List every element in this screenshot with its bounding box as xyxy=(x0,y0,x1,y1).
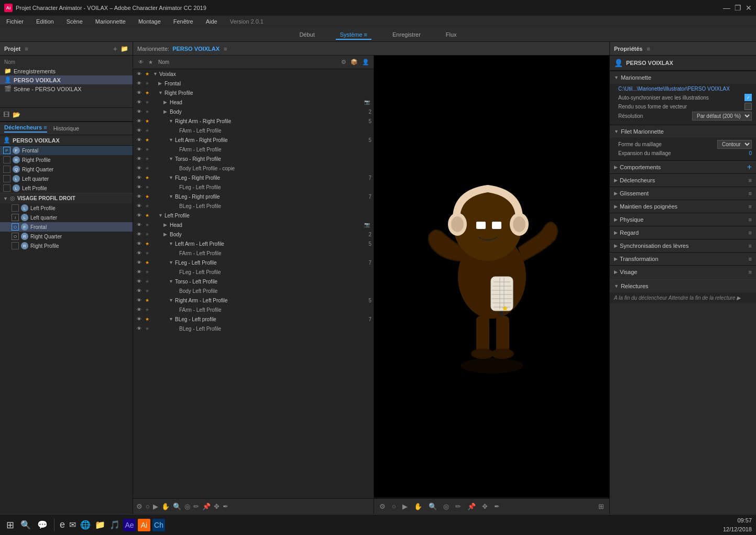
star11[interactable]: ★ xyxy=(144,166,151,171)
declencheurs-menu-icon[interactable]: ≡ xyxy=(749,177,752,183)
expand-arrow3[interactable]: ▼ xyxy=(158,90,163,95)
layer-row-body1[interactable]: 👁 ★ ▶ Body 2 xyxy=(133,107,374,116)
layer-row-rightarm2[interactable]: 👁 ★ ▼ Right Arm - Left Profile 5 xyxy=(133,296,374,305)
vis-eye13[interactable]: 👁 xyxy=(135,184,143,190)
marionette-menu[interactable]: ≡ xyxy=(224,46,227,52)
trigger-item-leftprofile[interactable]: L Left Profile xyxy=(0,183,133,193)
section-marionnette-header[interactable]: ▼ Marionnette xyxy=(610,71,756,84)
canvas-tool-gear[interactable]: ⚙ xyxy=(377,501,388,511)
tool-pin[interactable]: 📌 xyxy=(202,503,211,510)
menu-edition[interactable]: Edition xyxy=(34,17,56,26)
section-transformation-header[interactable]: ▶ Transformation ≡ xyxy=(610,253,756,265)
vis-eye4[interactable]: 👁 xyxy=(135,100,143,105)
star15[interactable]: ★ xyxy=(144,203,151,209)
trigger-group-visage[interactable]: ▼ ◎ VISAGE PROFIL DROIT xyxy=(0,193,133,203)
canvas-tool-search[interactable]: 🔍 xyxy=(426,501,439,511)
menu-montage[interactable]: Montage xyxy=(136,17,163,26)
trigger-item-frontal[interactable]: P F Frontal xyxy=(0,146,133,155)
expand-arrow[interactable]: ▼ xyxy=(153,71,158,77)
close-button[interactable]: ✕ xyxy=(746,4,752,12)
vis-eye19[interactable]: 👁 xyxy=(135,241,143,246)
vis-eye2[interactable]: 👁 xyxy=(135,81,143,86)
checkbox-vector[interactable] xyxy=(744,103,752,110)
vis-eye8[interactable]: 👁 xyxy=(135,137,143,143)
canvas-tool-circle[interactable]: ○ xyxy=(390,501,398,511)
canvas-tool-move[interactable]: ✥ xyxy=(480,501,490,511)
layer-row-leftarm[interactable]: 👁 ★ ▼ Left Arm - Right Profile 5 xyxy=(133,135,374,145)
vis-eye5[interactable]: 👁 xyxy=(135,109,143,114)
section-regard-header[interactable]: ▶ Regard ≡ xyxy=(610,226,756,239)
expand-arrow12[interactable]: ▼ xyxy=(169,175,174,180)
tool-zoom[interactable]: 🔍 xyxy=(173,503,181,510)
layer-row-body2[interactable]: 👁 ★ ▶ Body 2 xyxy=(133,230,374,239)
star6[interactable]: ★ xyxy=(144,118,151,124)
expand-arrow19[interactable]: ▼ xyxy=(169,241,174,246)
minimize-button[interactable]: — xyxy=(723,4,730,12)
star23[interactable]: ★ xyxy=(144,279,151,284)
vis-eye18[interactable]: 👁 xyxy=(135,232,143,237)
layer-row-frontal[interactable]: 👁 ★ ▶ Frontal xyxy=(133,79,374,88)
vis-eye12[interactable]: 👁 xyxy=(135,175,143,180)
layer-row-voixlax[interactable]: 👁 ★ ▼ Voixlax xyxy=(133,69,374,79)
regard-menu-icon[interactable]: ≡ xyxy=(749,230,752,236)
tool-pencil2[interactable]: ✒ xyxy=(223,503,228,510)
tab-history[interactable]: Historique xyxy=(53,125,80,132)
layer-row-rightprofile[interactable]: 👁 ★ ▼ Right Profile xyxy=(133,88,374,97)
star24[interactable]: ★ xyxy=(144,288,151,293)
expand-arrow4[interactable]: ▶ xyxy=(163,100,169,105)
trigger-item-rightprofile[interactable]: R Right Profile xyxy=(0,155,133,165)
vis-eye6[interactable]: 👁 xyxy=(135,118,143,124)
project-item-perso-voixlax[interactable]: 👤 PERSO VOIXLAX xyxy=(0,75,133,84)
star26[interactable]: ★ xyxy=(144,307,151,312)
project-item-scene[interactable]: 🎬 Scène - PERSO VOIXLAX xyxy=(0,84,133,93)
props-menu-icon[interactable]: ≡ xyxy=(647,46,650,52)
expand-arrow25[interactable]: ▼ xyxy=(169,298,174,303)
expand-arrow10[interactable]: ▼ xyxy=(169,156,174,161)
vis-eye17[interactable]: 👁 xyxy=(135,222,143,227)
vis-eye26[interactable]: 👁 xyxy=(135,307,143,312)
media-icon[interactable]: 🎵 xyxy=(108,519,121,531)
vis-eye16[interactable]: 👁 xyxy=(135,213,143,218)
layer-row-rightarm[interactable]: 👁 ★ ▼ Right Arm - Right Profile 5 xyxy=(133,116,374,126)
taskview-icon[interactable]: 💬 xyxy=(35,518,50,532)
resolution-select[interactable]: Par défaut (200 %) xyxy=(692,112,752,121)
project-folder-icon[interactable]: 📁 xyxy=(120,45,128,52)
canvas-tool-hand[interactable]: ✋ xyxy=(412,501,424,511)
star18[interactable]: ★ xyxy=(144,232,151,237)
maximize-button[interactable]: ❐ xyxy=(735,4,741,12)
toolbar-enregistrer[interactable]: Enregistrer xyxy=(388,29,425,40)
tool-target[interactable]: ◎ xyxy=(184,503,190,510)
star2[interactable]: ★ xyxy=(144,81,151,86)
col-icon1[interactable]: ⚙ xyxy=(341,59,346,65)
window-controls[interactable]: — ❐ ✕ xyxy=(723,4,752,12)
star5[interactable]: ★ xyxy=(144,109,151,114)
expand-arrow27[interactable]: ▼ xyxy=(169,316,174,322)
menu-scene[interactable]: Scène xyxy=(64,17,85,26)
section-declencheurs-header[interactable]: ▶ Déclencheurs ≡ xyxy=(610,174,756,187)
star12[interactable]: ★ xyxy=(144,175,151,180)
layer-row-torso1[interactable]: 👁 ★ ▼ Torso - Right Profile xyxy=(133,154,374,163)
expand-arrow18[interactable]: ▶ xyxy=(163,232,169,237)
visage-menu-icon[interactable]: ≡ xyxy=(749,269,752,275)
star3[interactable]: ★ xyxy=(144,90,151,95)
layer-row-leftarm2[interactable]: 👁 ★ ▼ Left Arm - Left Profile 5 xyxy=(133,239,374,248)
section-relectures-header[interactable]: ▼ Relectures xyxy=(610,280,756,292)
layer-row-bleg3[interactable]: 👁 ★ ▼ BLeg - Left profile 7 xyxy=(133,314,374,324)
vis-eye28[interactable]: 👁 xyxy=(135,326,143,331)
tool-gear[interactable]: ⚙ xyxy=(136,503,143,510)
layer-row-farm4[interactable]: 👁 ★ FArm - Left Profile xyxy=(133,305,374,314)
sync-menu-icon[interactable]: ≡ xyxy=(749,243,752,249)
trigger-item-vl-leftquarter[interactable]: I L Left quarter xyxy=(0,213,133,222)
expand-arrow8[interactable]: ▼ xyxy=(169,137,174,143)
folder2-icon[interactable]: 📂 xyxy=(13,111,20,118)
star9[interactable]: ★ xyxy=(144,147,151,152)
section-glissement-header[interactable]: ▶ Glissement ≡ xyxy=(610,187,756,200)
layer-row-bleg1[interactable]: 👁 ★ ▼ BLeg - Right profile 7 xyxy=(133,192,374,201)
expand-arrow14[interactable]: ▼ xyxy=(169,194,174,199)
star8[interactable]: ★ xyxy=(144,137,151,143)
star20[interactable]: ★ xyxy=(144,250,151,256)
expand-arrow23[interactable]: ▼ xyxy=(169,279,174,284)
vis-eye7[interactable]: 👁 xyxy=(135,128,143,133)
canvas-tool-pin[interactable]: 📌 xyxy=(465,501,478,511)
trigger-item-leftquarter[interactable]: L Left quarter xyxy=(0,174,133,183)
